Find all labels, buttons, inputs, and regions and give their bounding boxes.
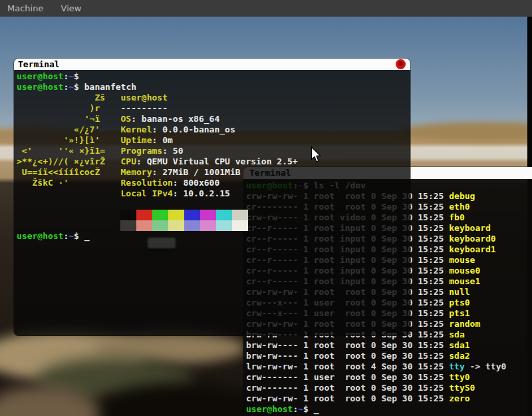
palette-swatch [152,210,168,220]
ls-row: lrw-rw-rw- 1 root root 4 Sep 30 15:25 tt… [246,361,532,372]
text-cursor: _ [309,404,319,414]
fetch-line: U==íï<<íííîcocŽMemory: 27MiB / 1001MiB [17,167,410,178]
menu-item-machine[interactable]: Machine [7,3,43,13]
ls-row: crw------- 1 root root 0 Sep 30 15:25 tt… [246,383,532,393]
fetch-line: '¬ïOS: banan-os x86_64 [17,114,410,124]
palette-swatch [168,220,184,231]
fetch-line: ŽškC ·'Resolution: 800x600 [17,178,410,188]
menu-item-view[interactable]: View [61,3,82,13]
palette-swatch [232,220,248,231]
palette-swatch [200,220,216,231]
fetch-line: «/¿7'Kernel: 0.0.0-banan_os [17,124,410,135]
command-line: user@host:~$ bananfetch [17,82,410,93]
text-cursor: _ [79,231,90,241]
ls-row: brw-rw---- 1 root root 0 Sep 30 15:25 sd… [246,351,532,361]
palette-swatch [152,220,168,231]
color-palette [120,210,410,231]
prompt-line: user@host:~$ _ [246,404,532,415]
prompt-line: user@host:~$ _ [17,231,410,242]
fetch-line: <' ''« ×}ï1=Programs: 50 [17,146,410,156]
blank-line [17,199,410,210]
vm-screen: Machine View Terminal user@host:~$ ls -l… [0,0,532,416]
fetch-line: Local IPv4: 10.0.2.15 [17,188,410,199]
terminal1-content[interactable]: user@host:~$ user@host:~$ bananfetch Zšu… [14,70,410,336]
palette-swatch [216,220,232,231]
prompt-line: user@host:~$ [17,71,410,82]
palette-swatch [184,210,200,220]
palette-swatch [136,220,152,231]
palette-swatch [168,210,184,220]
terminal1-titlebar[interactable]: Terminal [14,59,410,70]
palette-row-normal [120,210,410,220]
fetch-line: Zšuser@host [17,93,410,103]
fetch-output: Zšuser@host )r--------- '¬ïOS: banan-os … [17,93,410,199]
palette-swatch [200,210,216,220]
fetch-line: >**¿<+)//( ×¿vîrŽCPU: QEMU Virtual CPU v… [17,156,410,167]
terminal1-title: Terminal [18,59,60,69]
wallpaper-hill [399,122,532,140]
fetch-line: '»!}[ì'Uptime: 0m [17,135,410,146]
palette-row-bright [120,220,410,231]
ls-row: crw-rw-rw- 1 root root 0 Sep 30 15:25 ze… [246,393,532,404]
palette-swatch [232,210,248,220]
palette-swatch [120,210,136,220]
mouse-pointer-icon [311,146,323,164]
ls-row: crw------- 1 user root 0 Sep 30 15:25 tt… [246,372,532,383]
palette-swatch [184,220,200,231]
ls-row: brw-rw---- 1 root root 0 Sep 30 15:25 sd… [246,340,532,351]
palette-swatch [216,210,232,220]
palette-swatch [120,220,136,231]
palette-swatch [136,210,152,220]
close-button[interactable] [396,59,406,69]
fetch-line: )r--------- [17,103,410,114]
terminal-window-fetch: Terminal user@host:~$ user@host:~$ banan… [13,58,411,336]
menu-bar: Machine View [0,0,532,17]
